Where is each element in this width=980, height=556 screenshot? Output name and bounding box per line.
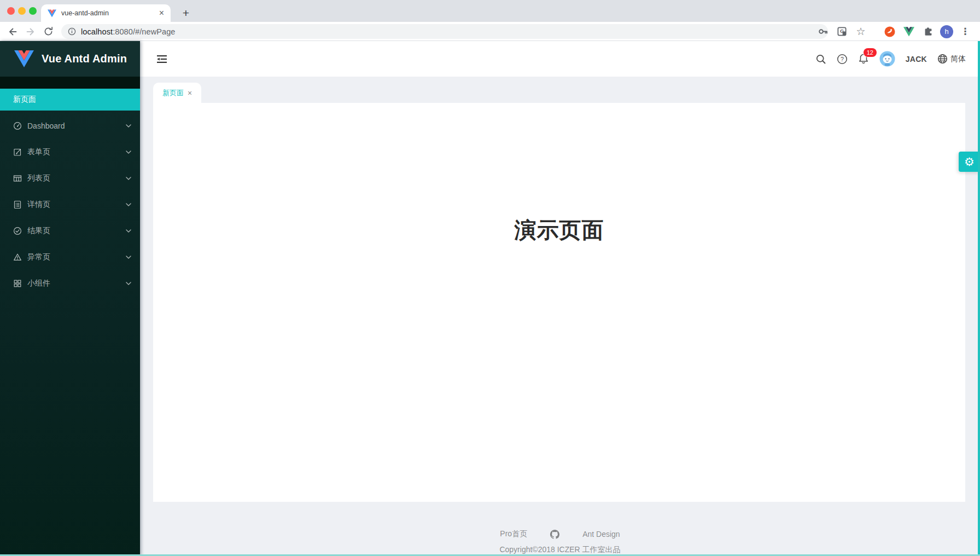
toolbar-right-icons: G ☆ xyxy=(815,22,980,41)
page-title: 演示页面 xyxy=(153,103,965,245)
globe-icon xyxy=(937,54,948,64)
sidebar-item-result[interactable]: 结果页 xyxy=(0,220,140,242)
notification-badge: 12 xyxy=(864,48,877,57)
warning-icon xyxy=(13,253,22,262)
content-card: 演示页面 xyxy=(153,103,965,502)
copyright: Copyright©2018 ICZER 工作室出品 xyxy=(140,545,980,555)
sidebar-item-list[interactable]: 列表页 xyxy=(0,167,140,189)
three-dots-icon: ⋮ xyxy=(961,27,970,36)
screen: vue-antd-admin × + xyxy=(0,0,980,556)
chevron-down-icon xyxy=(126,150,131,154)
orange-extension-icon xyxy=(884,26,896,38)
question-circle-icon: ? xyxy=(837,54,848,65)
browser-profile-avatar[interactable]: h xyxy=(940,25,953,38)
profile-icon xyxy=(13,200,22,209)
user-avatar[interactable] xyxy=(879,51,895,67)
footer-link-ant-design[interactable]: Ant Design xyxy=(582,530,620,538)
sidebar-item-label: 异常页 xyxy=(27,252,50,262)
check-circle-icon xyxy=(13,227,22,235)
browser-toolbar: localhost:8080/#/newPage G ☆ xyxy=(0,22,980,41)
window-zoom-button[interactable] xyxy=(29,7,37,15)
footer-links: Pro首页 Ant Design xyxy=(140,529,980,539)
browser-tabstrip: vue-antd-admin × + xyxy=(0,0,980,22)
sidebar-item-detail[interactable]: 详情页 xyxy=(0,194,140,216)
url-text: localhost:8080/#/newPage xyxy=(81,27,176,36)
url-bar[interactable]: localhost:8080/#/newPage xyxy=(61,24,828,39)
footer-link-pro-home[interactable]: Pro首页 xyxy=(500,529,527,539)
extension-orange-button[interactable] xyxy=(883,25,897,39)
info-icon[interactable] xyxy=(68,27,76,36)
chevron-down-icon xyxy=(126,124,131,128)
puzzle-icon xyxy=(923,26,934,37)
dashboard-icon xyxy=(13,121,22,130)
translate-icon: G xyxy=(837,26,847,37)
password-key-button[interactable] xyxy=(815,25,830,39)
form-icon xyxy=(13,148,22,157)
url-path: :8080/#/newPage xyxy=(113,27,175,36)
extensions-menu-button[interactable] xyxy=(921,25,935,39)
chevron-down-icon xyxy=(126,256,131,259)
chevron-down-icon xyxy=(126,229,131,233)
app-header: ? 12 JA xyxy=(140,41,980,77)
reload-icon xyxy=(43,26,54,37)
sidebar-divider xyxy=(0,77,140,89)
sidebar-item-dashboard[interactable]: Dashboard xyxy=(0,115,140,137)
sidebar-item-form[interactable]: 表单页 xyxy=(0,141,140,163)
help-button[interactable]: ? xyxy=(837,54,848,65)
back-icon xyxy=(7,26,19,38)
page-tab-label: 新页面 xyxy=(162,88,184,98)
sidebar-item-exception[interactable]: 异常页 xyxy=(0,246,140,268)
page-tab-active[interactable]: 新页面 × xyxy=(153,83,201,103)
sidebar-item-label: Dashboard xyxy=(27,121,65,130)
page-tab-close-icon[interactable]: × xyxy=(188,89,192,97)
sidebar: Vue Antd Admin 新页面 Dashboard 表单页 xyxy=(0,41,140,556)
search-icon xyxy=(815,54,826,65)
window-close-button[interactable] xyxy=(7,7,15,15)
chevron-down-icon xyxy=(126,203,131,206)
theme-settings-button[interactable]: ⚙ xyxy=(959,152,980,172)
page-tabbar: 新页面 × xyxy=(140,77,980,103)
sidebar-item-widgets[interactable]: 小组件 xyxy=(0,273,140,294)
app-title: Vue Antd Admin xyxy=(42,53,127,65)
sidebar-collapse-button[interactable] xyxy=(155,53,168,66)
browser-tab[interactable]: vue-antd-admin × xyxy=(41,4,171,22)
sidebar-item-label: 小组件 xyxy=(27,279,50,288)
table-icon xyxy=(13,174,22,183)
star-icon: ☆ xyxy=(856,26,865,37)
translate-button[interactable]: G xyxy=(835,25,849,39)
sidebar-item-label: 详情页 xyxy=(27,200,50,210)
sidebar-item-label: 结果页 xyxy=(27,226,50,236)
forward-button[interactable] xyxy=(24,25,37,38)
menu-fold-icon xyxy=(155,53,168,66)
app-logo[interactable]: Vue Antd Admin xyxy=(0,41,140,77)
browser-tab-title: vue-antd-admin xyxy=(61,9,159,17)
sidebar-item-newpage[interactable]: 新页面 xyxy=(0,89,140,111)
sidebar-item-label: 列表页 xyxy=(27,173,50,183)
search-button[interactable] xyxy=(815,54,826,65)
language-switcher[interactable]: 简体 xyxy=(937,54,966,64)
reload-button[interactable] xyxy=(42,25,55,38)
key-icon xyxy=(818,26,828,37)
browser-menu-button[interactable]: ⋮ xyxy=(958,25,972,39)
bookmark-star-button[interactable]: ☆ xyxy=(854,25,868,39)
new-tab-button[interactable]: + xyxy=(177,4,195,22)
tab-close-icon[interactable]: × xyxy=(159,9,164,18)
right-edge-accent xyxy=(978,41,980,556)
window-minimize-button[interactable] xyxy=(18,7,26,15)
vue-devtools-button[interactable] xyxy=(902,25,916,39)
sidebar-item-label: 新页面 xyxy=(13,95,36,105)
chevron-down-icon xyxy=(126,282,131,285)
vue-favicon xyxy=(48,9,56,18)
chevron-down-icon xyxy=(126,177,131,180)
vue-admin-logo-icon xyxy=(14,50,34,67)
username[interactable]: JACK xyxy=(906,55,927,63)
back-button[interactable] xyxy=(5,25,19,38)
gear-icon: ⚙ xyxy=(964,155,975,169)
github-icon[interactable] xyxy=(550,530,559,539)
appstore-icon xyxy=(13,279,22,288)
forward-icon xyxy=(25,26,37,38)
notifications-button[interactable]: 12 xyxy=(858,53,869,65)
svg-text:?: ? xyxy=(841,55,844,62)
footer: Pro首页 Ant Design Copyright©2018 ICZER 工作… xyxy=(140,502,980,556)
avatar-icon xyxy=(879,51,895,67)
